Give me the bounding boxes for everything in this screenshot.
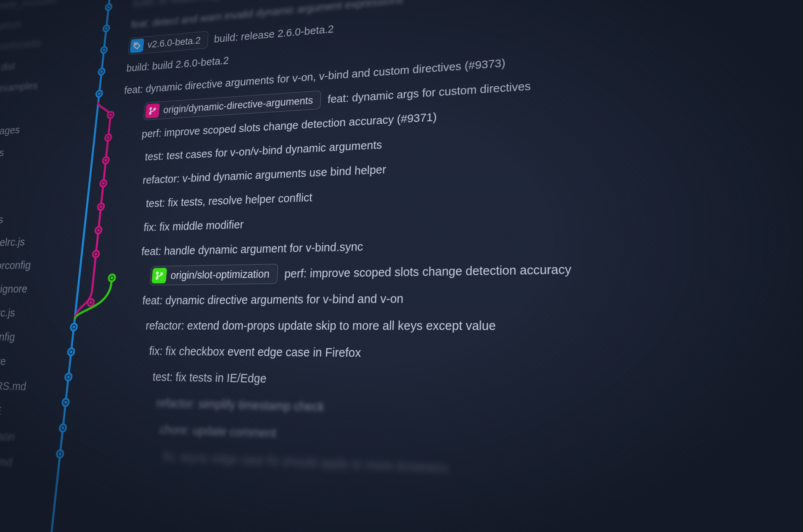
svg-point-46	[157, 272, 158, 273]
ref-tag[interactable]: origin/slot-optimization	[149, 264, 278, 285]
tree-file-label: .flowconfig	[0, 330, 16, 343]
tree-folder-label: packages	[0, 124, 20, 138]
svg-point-45	[154, 108, 155, 110]
tree-file-label: package.json	[0, 428, 16, 444]
tree-file[interactable]: BACKERS.md	[0, 372, 50, 399]
tree-file[interactable]: README.md	[0, 446, 42, 476]
tree-file[interactable]: .editorconfig	[0, 252, 64, 278]
tree-file[interactable]: .gitignore	[0, 348, 53, 374]
tree-file[interactable]: package.json	[0, 421, 45, 450]
tree-file-label: BACKERS.md	[0, 379, 27, 393]
tree-folder-label: types	[0, 213, 4, 226]
tree-file-label: .babelrc.js	[0, 235, 26, 249]
commit-message: chore: update comment	[159, 422, 277, 440]
commit-message: fix: fix checkbox event edge case in Fir…	[149, 344, 361, 359]
tree-file-label: .gitignore	[0, 354, 7, 367]
tree-file-label: .eslintignore	[0, 282, 28, 296]
commit-message: fix: async edge case fix should apply to…	[163, 449, 448, 475]
git-log-panel: build: build 2.6.0-beta.3build: fix feat…	[23, 0, 803, 532]
commit-message: refactor: extend dom-props update skip t…	[145, 318, 496, 333]
commit-message: test: fix tests in IE/Edge	[152, 370, 267, 385]
commit-message: perf: improve scoped slots change detect…	[284, 262, 571, 280]
tree-file-label: LICENSE	[0, 403, 2, 418]
tree-file-label: .eslintrc.js	[0, 306, 16, 319]
commit-message: refactor: simplify timestamp check	[156, 396, 325, 414]
ref-tag-label: origin/slot-optimization	[170, 267, 270, 281]
tree-folder-label: .github	[0, 18, 22, 32]
branch-icon	[151, 267, 167, 283]
tree-folder[interactable]: test	[0, 182, 72, 210]
commit-message: test: fix tests, resolve helper conflict	[145, 191, 312, 210]
tree-file-label: README.md	[0, 453, 13, 469]
commit-message: fix: fix middle modifier	[143, 218, 244, 234]
tree-folder-label: node_modules	[0, 0, 57, 11]
tree-folder-label: scripts	[0, 147, 5, 160]
app-stage: node_modules.githubbenchmarksdistexample…	[0, 0, 803, 532]
tree-file[interactable]: .eslintrc.js	[0, 300, 59, 325]
commit-message: feat: dynamic directive arguments for v-…	[142, 291, 404, 307]
svg-point-48	[161, 273, 162, 274]
tree-folder-label: dist	[0, 60, 16, 73]
tree-folder-label: benchmarks	[0, 37, 42, 53]
ref-tag-label: origin/dynamic-directive-arguments	[163, 94, 314, 115]
tree-file[interactable]: LICENSE	[0, 397, 47, 425]
tree-file[interactable]: .babelrc.js	[0, 229, 67, 255]
tree-file[interactable]: .eslintignore	[0, 276, 61, 301]
tree-file[interactable]: .flowconfig	[0, 324, 56, 349]
tree-folder[interactable]: types	[0, 206, 69, 232]
commit-message: feat: handle dynamic argument for v-bind…	[141, 240, 363, 258]
tree-file-label: .editorconfig	[0, 259, 31, 272]
commit-row[interactable]: refactor: extend dom-props update skip t…	[99, 310, 803, 342]
tree-folder-label: examples	[0, 79, 39, 94]
